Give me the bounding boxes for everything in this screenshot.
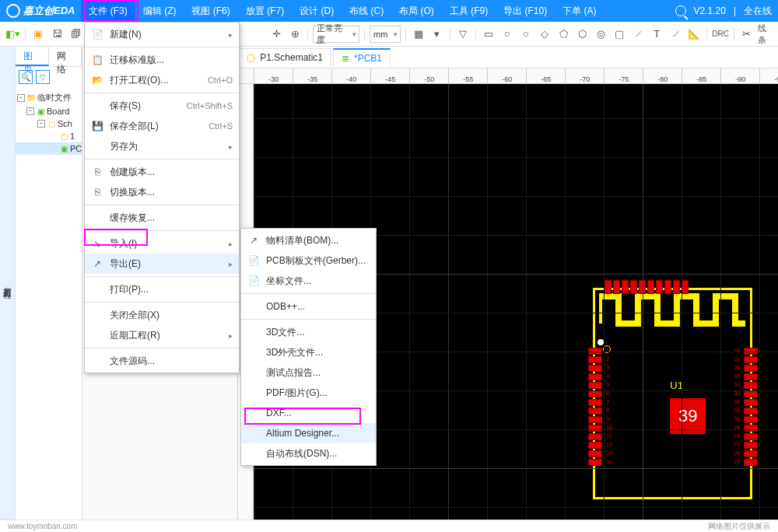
- menu-item[interactable]: PDF/图片(G)...: [241, 383, 376, 403]
- menu-item[interactable]: 工具 (F9): [442, 0, 496, 22]
- menu-item[interactable]: 3D文件...: [241, 322, 376, 342]
- cut-icon[interactable]: ✂: [739, 26, 755, 43]
- cross-icon[interactable]: ✛: [268, 26, 284, 43]
- tab-schematic[interactable]: ▢P1.Schematic1: [238, 48, 331, 67]
- pad-icon[interactable]: ▢: [612, 26, 627, 43]
- sidebar-tab-nets[interactable]: 网络: [49, 47, 82, 66]
- dim-icon[interactable]: ⟋: [668, 26, 683, 43]
- line-icon[interactable]: ⟋: [630, 26, 646, 43]
- menu-item[interactable]: 放置 (F7): [238, 0, 292, 22]
- menu-item[interactable]: 📋迁移标准版...: [85, 50, 239, 70]
- shape3-icon[interactable]: ◇: [537, 26, 552, 43]
- menu-item[interactable]: 打印(P)...: [85, 279, 239, 299]
- logo-text: 嘉立创EDA: [23, 4, 75, 18]
- menu-item[interactable]: 📄坐标文件...: [241, 271, 376, 291]
- sidebar: 图页 网络 🔍 ▽ −📁临时文件 −▣Board −▢Sch ▢1 ▣PC: [16, 47, 82, 520]
- measure-icon[interactable]: 📐: [686, 26, 702, 43]
- menu-item[interactable]: 缓存恢复...: [85, 208, 239, 228]
- menu-item[interactable]: ↘导入(I)▸: [85, 233, 239, 254]
- shape2-icon[interactable]: ○: [518, 26, 534, 43]
- menu-item[interactable]: ↗导出(E)▸: [85, 254, 239, 274]
- drc-button[interactable]: DRC: [712, 26, 729, 43]
- tab-pcb[interactable]: ≣*PCB1: [333, 48, 391, 67]
- text-icon[interactable]: T: [649, 26, 664, 43]
- brightness-select[interactable]: 正常亮度: [313, 26, 359, 43]
- menu-item[interactable]: 保存(S)Ctrl+Shift+S: [85, 96, 239, 116]
- footer-right: 网络图片仅供展示: [708, 521, 770, 532]
- unit-select[interactable]: mm: [370, 26, 401, 43]
- menu-item[interactable]: ↗物料清单(BOM)...: [241, 230, 376, 250]
- menu-item[interactable]: 💾保存全部(L)Ctrl+S: [85, 116, 239, 136]
- status-sep: |: [734, 5, 736, 16]
- menu-item[interactable]: DXF...: [241, 403, 376, 423]
- menu-item[interactable]: 视图 (F6): [184, 0, 237, 22]
- tree-board[interactable]: −▣Board: [16, 105, 82, 117]
- folder-icon[interactable]: ▣: [30, 26, 46, 43]
- menu-item[interactable]: 近期工程(R)▸: [85, 325, 239, 345]
- filter-icon[interactable]: ▽: [455, 26, 471, 43]
- version-text: V2.1.20: [694, 5, 726, 16]
- search-icon[interactable]: [675, 5, 686, 16]
- menu-item[interactable]: 布线 (C): [342, 0, 391, 22]
- menu-item[interactable]: 设计 (D): [292, 0, 342, 22]
- menu-item[interactable]: 📂打开工程(O)...Ctrl+O: [85, 70, 239, 90]
- save-all-icon[interactable]: 🗐: [68, 26, 83, 43]
- shape1-icon[interactable]: ○: [499, 26, 515, 43]
- tree-sch[interactable]: −▢Sch: [16, 117, 82, 130]
- menu-item[interactable]: 导出 (F10): [496, 0, 555, 22]
- app-logo: 嘉立创EDA: [6, 4, 75, 18]
- menu-item[interactable]: 下单 (A): [555, 0, 604, 22]
- menu-item[interactable]: 编辑 (Z): [135, 0, 184, 22]
- menu-item[interactable]: 自动布线(DSN)...: [241, 443, 376, 464]
- zoom-icon[interactable]: ⊕: [287, 26, 303, 43]
- menu-item[interactable]: 测试点报告...: [241, 362, 376, 383]
- menu-item[interactable]: 布局 (O): [391, 0, 442, 22]
- menu-item[interactable]: 📄PCB制板文件(Gerber)...: [241, 250, 376, 271]
- tree-sheet[interactable]: ▢1: [16, 130, 82, 142]
- pads-left: 1234567891011121314: [588, 348, 602, 467]
- line-tool[interactable]: 线条: [758, 26, 773, 43]
- settings-icon[interactable]: ▾: [429, 26, 445, 43]
- left-vertical-tabs: 所有工程工程设计常用库器件标准化: [0, 47, 16, 520]
- menu-item[interactable]: ⎘切换版本...: [85, 182, 239, 202]
- tool-project[interactable]: ◧▾: [5, 26, 20, 43]
- menu-item[interactable]: 关闭全部(X): [85, 305, 239, 325]
- menu-item[interactable]: 另存为▸: [85, 136, 239, 156]
- tree-pcb[interactable]: ▣PC: [16, 142, 82, 155]
- select-icon[interactable]: ▭: [481, 26, 496, 43]
- shape4-icon[interactable]: ⬠: [555, 26, 571, 43]
- pads-right: 3837363534333231302928272625: [744, 348, 758, 467]
- menu-item[interactable]: ODB++...: [241, 296, 376, 317]
- footer-left: www.toymoban.com: [8, 522, 708, 530]
- antenna-trace: [599, 292, 745, 327]
- menu-item[interactable]: ⎘创建版本...: [85, 162, 239, 182]
- pads-bottom: [605, 280, 689, 294]
- sidebar-filter-icon[interactable]: ▽: [36, 70, 50, 84]
- menu-item[interactable]: 3D外壳文件...: [241, 342, 376, 362]
- menu-item[interactable]: 文件 (F3): [81, 0, 135, 22]
- sidebar-search-icon[interactable]: 🔍: [19, 70, 33, 84]
- shape5-icon[interactable]: ⬡: [574, 26, 590, 43]
- via-icon[interactable]: ◎: [593, 26, 608, 43]
- menu-item[interactable]: 文件源码...: [85, 351, 239, 371]
- export-submenu: ↗物料清单(BOM)...📄PCB制板文件(Gerber)...📄坐标文件...…: [240, 228, 377, 466]
- menu-item[interactable]: 📄新建(N)▸: [85, 24, 239, 44]
- left-tab[interactable]: 所有工程: [0, 47, 15, 520]
- online-status: 全在线: [744, 5, 772, 18]
- main-menu: 文件 (F3)编辑 (Z)视图 (F6)放置 (F7)设计 (D)布线 (C)布…: [81, 0, 604, 22]
- project-tree: −📁临时文件 −▣Board −▢Sch ▢1 ▣PC: [16, 87, 82, 158]
- tree-root[interactable]: −📁临时文件: [16, 90, 82, 105]
- grid-icon[interactable]: ▦: [411, 26, 426, 43]
- file-menu-dropdown: 📄新建(N)▸📋迁移标准版...📂打开工程(O)...Ctrl+O保存(S)Ct…: [84, 22, 240, 373]
- sidebar-tab-sheets[interactable]: 图页: [16, 47, 49, 66]
- logo-icon: [6, 4, 20, 18]
- save-icon[interactable]: 🖫: [49, 26, 65, 43]
- menu-item[interactable]: Altium Designer...: [241, 423, 376, 443]
